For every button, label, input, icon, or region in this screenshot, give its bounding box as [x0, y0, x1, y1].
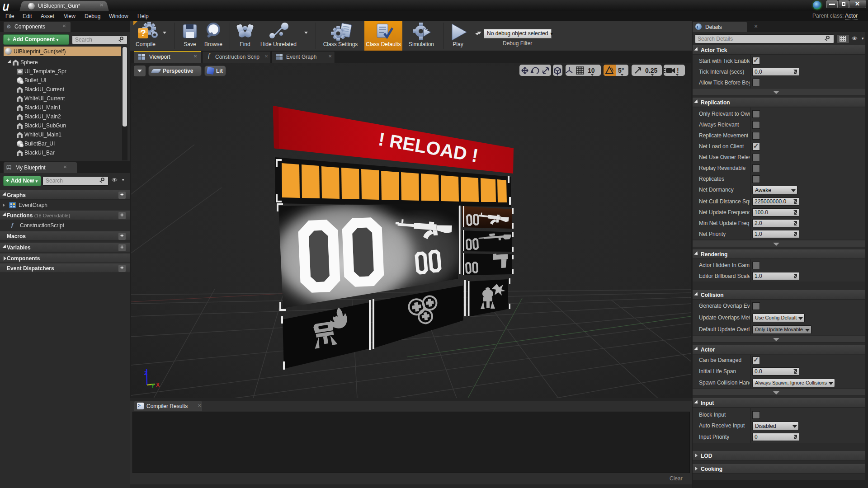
svg-text:X: X: [156, 382, 160, 388]
svg-text:?: ?: [140, 28, 146, 38]
svg-text:10: 10: [588, 67, 595, 74]
svg-text:5°: 5°: [618, 67, 624, 74]
svg-text:Z: Z: [144, 370, 147, 376]
svg-text:0.25: 0.25: [645, 67, 657, 74]
svg-text:Y: Y: [151, 383, 155, 389]
svg-text:!: !: [677, 67, 679, 74]
